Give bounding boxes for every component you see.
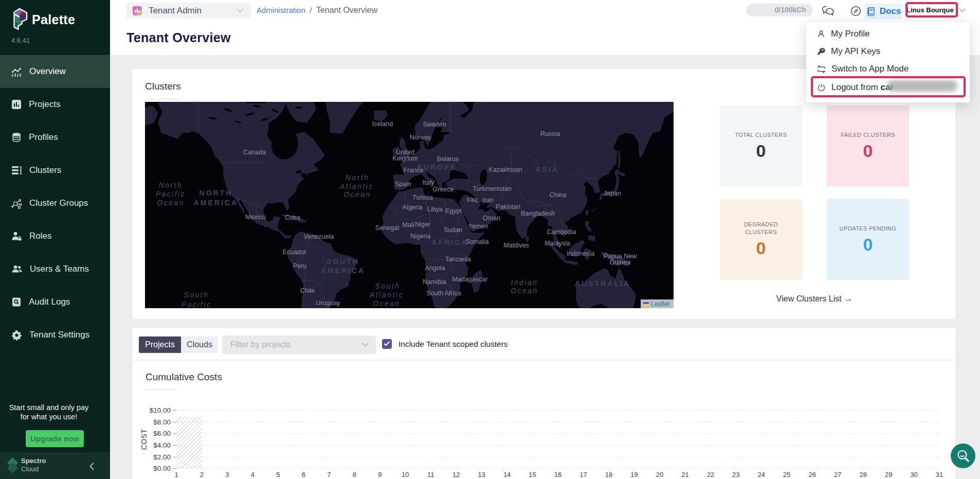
svg-text:Libya: Libya (427, 206, 443, 213)
svg-text:Russia: Russia (540, 130, 560, 137)
svg-text:AFRICA: AFRICA (432, 238, 468, 246)
svg-text:Kazakhstan: Kazakhstan (488, 166, 522, 173)
svg-text:Ocean: Ocean (373, 299, 401, 308)
svg-text:Greece: Greece (433, 186, 454, 193)
svg-text:Malaysia: Malaysia (545, 240, 570, 247)
svg-text:Turkmenistan: Turkmenistan (473, 185, 511, 192)
svg-text:France: France (404, 167, 424, 174)
svg-text:Iraq: Iraq (466, 196, 478, 203)
svg-text:Cuba: Cuba (285, 214, 300, 221)
svg-text:Oman: Oman (483, 215, 500, 222)
svg-text:Ecuador: Ecuador (283, 249, 307, 256)
svg-text:Algeria: Algeria (403, 204, 423, 211)
svg-text:Bangladesh: Bangladesh (521, 210, 555, 217)
svg-text:Spain: Spain (395, 181, 411, 188)
svg-text:Indonesia: Indonesia (567, 250, 594, 257)
svg-text:Japan: Japan (604, 190, 621, 197)
svg-text:Tunisia: Tunisia (412, 194, 433, 201)
svg-text:Angola: Angola (425, 264, 445, 272)
svg-text:Yemen: Yemen (468, 223, 488, 230)
svg-text:Italy: Italy (423, 179, 435, 186)
svg-text:Tanzania: Tanzania (445, 256, 471, 263)
svg-text:North: North (346, 173, 370, 182)
svg-text:Pacific: Pacific (182, 300, 212, 308)
svg-text:AUSTRALIA: AUSTRALIA (575, 279, 630, 288)
svg-text:South: South (184, 291, 209, 299)
svg-text:Nigeria: Nigeria (410, 233, 431, 240)
svg-text:Cambodia: Cambodia (547, 228, 576, 236)
svg-text:AMERICA: AMERICA (321, 267, 365, 275)
svg-text:Belarus: Belarus (437, 155, 459, 163)
svg-text:Maldives: Maldives (503, 242, 529, 249)
svg-text:Atlantic: Atlantic (369, 291, 404, 299)
svg-text:Ocean: Ocean (511, 287, 538, 295)
svg-text:Leaflet: Leaflet (651, 300, 670, 308)
svg-text:Namibia: Namibia (423, 278, 446, 286)
svg-text:Chile: Chile (300, 287, 315, 294)
svg-text:Senegal: Senegal (375, 224, 399, 232)
svg-text:ASIA: ASIA (535, 165, 558, 173)
svg-text:Uruguay: Uruguay (316, 299, 340, 307)
svg-text:Sweden: Sweden (423, 121, 446, 128)
svg-text:Sudan: Sudan (444, 226, 462, 234)
svg-text:South Africa: South Africa (426, 290, 461, 297)
svg-text:Niger: Niger (415, 221, 430, 228)
svg-text:Pacific: Pacific (156, 190, 186, 198)
svg-text:Egypt: Egypt (445, 207, 462, 215)
svg-text:South: South (375, 282, 400, 290)
svg-text:Iran: Iran (482, 197, 494, 204)
svg-text:Indian: Indian (511, 278, 538, 287)
svg-text:SOUTH: SOUTH (326, 257, 359, 265)
svg-text:Mali: Mali (403, 221, 414, 228)
svg-text:Canada: Canada (243, 149, 266, 156)
svg-text:AMERICA: AMERICA (194, 199, 238, 207)
svg-text:Norway: Norway (410, 134, 432, 141)
svg-text:Pakistan: Pakistan (496, 203, 520, 210)
svg-text:NORTH: NORTH (199, 189, 233, 197)
svg-text:Ocean: Ocean (157, 199, 185, 207)
svg-text:Iceland: Iceland (372, 120, 393, 128)
svg-text:Peru: Peru (293, 262, 306, 270)
svg-text:China: China (550, 191, 567, 199)
svg-text:Somalia: Somalia (465, 238, 488, 245)
svg-text:North: North (159, 181, 183, 189)
svg-text:Ocean: Ocean (343, 190, 371, 199)
svg-text:Kingdom: Kingdom (392, 155, 418, 162)
svg-text:Madagascar: Madagascar (452, 276, 488, 283)
svg-text:Atlantic: Atlantic (339, 182, 374, 190)
svg-text:Mexico: Mexico (245, 214, 266, 221)
svg-text:Guinea: Guinea (610, 259, 630, 266)
svg-text:Venezuela: Venezuela (304, 233, 334, 240)
